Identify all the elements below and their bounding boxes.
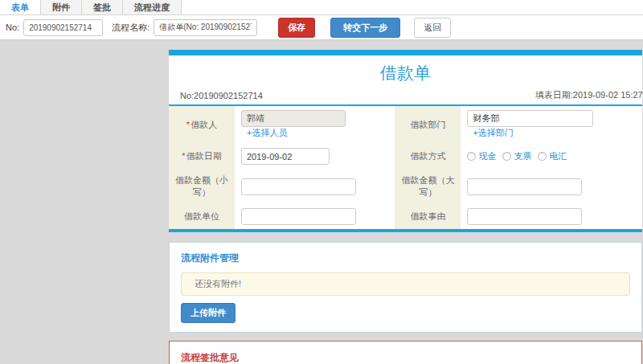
tab-process-progress[interactable]: 流程进度 <box>123 0 182 14</box>
amount-lowercase-label: 借款金额（小写） <box>169 170 235 203</box>
no-label: No: <box>6 22 19 32</box>
main-area: 借款单 No:20190902152714 填表日期:2019-09-02 15… <box>0 40 643 364</box>
no-attachment-alert: 还没有附件! <box>181 272 630 296</box>
amount-uppercase-label: 借款金额（大写） <box>395 170 461 203</box>
loan-form-panel: 借款单 No:20190902152714 填表日期:2019-09-02 15… <box>169 50 642 232</box>
form-bottom-accent-bar <box>169 229 642 232</box>
tab-approval[interactable]: 签批 <box>82 0 123 14</box>
top-tab-bar: 表单 附件 签批 流程进度 <box>0 0 643 15</box>
radio-circle-icon[interactable] <box>467 152 476 161</box>
forward-next-step-button[interactable]: 转交下一步 <box>330 18 400 38</box>
upload-attachment-button[interactable]: 上传附件 <box>181 303 235 323</box>
borrow-unit-label: 借款单位 <box>169 203 235 229</box>
table-row: *借款人 +选择人员 借款部门 +选择部门 <box>169 106 642 143</box>
tab-form[interactable]: 表单 <box>0 0 41 14</box>
process-name-input[interactable] <box>154 19 257 36</box>
attachment-panel: 流程附件管理 还没有附件! 上传附件 <box>169 242 642 333</box>
amount-lowercase-input[interactable] <box>241 178 356 195</box>
approval-heading: 流程签批意见 <box>181 351 630 364</box>
save-button[interactable]: 保存 <box>278 18 315 38</box>
table-row: *借款日期 借款方式 现金 <box>169 143 642 170</box>
required-marker: * <box>186 120 190 129</box>
toolbar: No: 流程名称: 保存 转交下一步 返回 <box>0 15 643 40</box>
required-marker: * <box>182 151 185 161</box>
form-fill-date-text: 填表日期:2019-09-02 15:27:14 <box>535 89 643 101</box>
back-button[interactable]: 返回 <box>414 18 451 38</box>
borrow-date-input[interactable] <box>241 148 330 165</box>
loan-form-table: *借款人 +选择人员 借款部门 +选择部门 *借款日期 <box>169 106 642 229</box>
radio-cheque[interactable]: 支票 <box>502 150 531 162</box>
borrow-method-label: 借款方式 <box>395 143 461 170</box>
borrow-reason-input[interactable] <box>467 208 582 225</box>
select-department-link[interactable]: +选择部门 <box>473 128 513 137</box>
table-row: 借款金额（小写） 借款金额（大写） <box>169 170 642 203</box>
tab-attachments[interactable]: 附件 <box>41 0 82 14</box>
approval-panel: 流程签批意见 B I abc <box>169 341 642 364</box>
select-person-link[interactable]: +选择人员 <box>247 128 287 137</box>
form-top-accent-bar <box>169 50 642 55</box>
borrow-date-label: *借款日期 <box>169 143 235 170</box>
department-label: 借款部门 <box>395 106 461 143</box>
department-input[interactable] <box>467 110 593 127</box>
process-name-label: 流程名称: <box>112 22 149 34</box>
borrower-input[interactable] <box>241 110 346 127</box>
borrow-reason-label: 借款事由 <box>395 203 461 229</box>
borrow-unit-input[interactable] <box>241 208 356 225</box>
radio-cash[interactable]: 现金 <box>467 150 496 162</box>
radio-circle-icon[interactable] <box>502 152 511 161</box>
form-no-text: No:20190902152714 <box>180 91 263 100</box>
form-title: 借款单 <box>169 55 642 88</box>
table-row: 借款单位 借款事由 <box>169 203 642 229</box>
amount-uppercase-input[interactable] <box>467 178 582 195</box>
borrower-label: *借款人 <box>169 106 235 143</box>
radio-wire-transfer[interactable]: 电汇 <box>538 150 567 162</box>
attachment-heading: 流程附件管理 <box>181 252 630 265</box>
radio-circle-icon[interactable] <box>538 152 547 161</box>
no-input[interactable] <box>23 19 103 36</box>
